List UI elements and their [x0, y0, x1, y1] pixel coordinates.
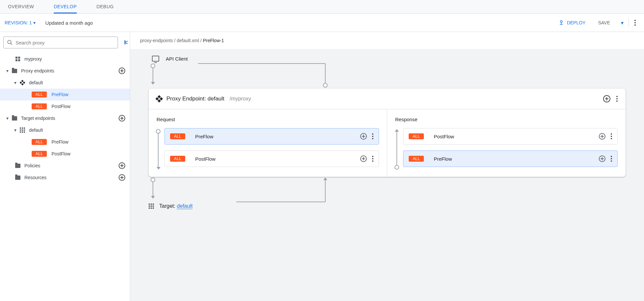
- all-chip: ALL: [32, 139, 47, 145]
- target-icon: [19, 127, 26, 133]
- request-preflow-card[interactable]: ALL PreFlow: [164, 128, 379, 145]
- endpoint-more-button[interactable]: [616, 96, 618, 102]
- deploy-label: DEPLOY: [567, 20, 586, 25]
- request-flowline: [156, 129, 161, 170]
- search-input[interactable]: [15, 40, 114, 45]
- breadcrumb: proxy-endpoints / default.xml / PreFlow-…: [130, 32, 644, 49]
- add-step-button[interactable]: [599, 155, 605, 162]
- request-postflow-card[interactable]: ALL PostFlow: [164, 150, 379, 167]
- target-row: Target: default: [149, 203, 626, 209]
- proxy-endpoints-label: Proxy endpoints: [21, 68, 54, 73]
- tree-proxy-default[interactable]: ▾ default: [0, 77, 130, 89]
- target-link[interactable]: default: [177, 203, 192, 209]
- response-postflow-card[interactable]: ALL PostFlow: [403, 128, 618, 145]
- all-chip: ALL: [32, 92, 47, 97]
- all-chip: ALL: [170, 156, 185, 162]
- postflow-label: PostFlow: [195, 156, 216, 162]
- add-step-button[interactable]: [360, 133, 367, 140]
- flow-more-button[interactable]: [611, 156, 612, 162]
- tree-target-preflow[interactable]: ALL PreFlow: [0, 136, 130, 148]
- all-chip: ALL: [32, 151, 47, 157]
- preflow-label: PreFlow: [51, 139, 68, 145]
- deploy-button[interactable]: DEPLOY: [552, 17, 592, 28]
- collapse-sidebar-button[interactable]: I<: [124, 39, 127, 46]
- wire-icon: [151, 178, 329, 202]
- tree-proxy-postflow[interactable]: ALL PostFlow: [0, 100, 130, 112]
- subheader: REVISION: 1 ▾ Updated a month ago DEPLOY…: [0, 14, 644, 32]
- main-area: proxy-endpoints / default.xml / PreFlow-…: [130, 32, 644, 301]
- caret-icon[interactable]: ▾: [11, 127, 19, 133]
- svg-line-4: [11, 43, 12, 45]
- card-header: Proxy Endpoint: default /myproxy: [149, 89, 626, 109]
- postflow-label: PostFlow: [51, 151, 71, 156]
- caret-icon[interactable]: ▾: [3, 116, 11, 121]
- add-flow-button[interactable]: [603, 95, 610, 102]
- connector-bottom: [151, 178, 626, 202]
- postflow-label: PostFlow: [434, 134, 454, 139]
- target-icon: [149, 204, 154, 209]
- all-chip: ALL: [170, 133, 185, 139]
- flow-canvas: API Client Pr: [130, 49, 644, 301]
- tab-develop[interactable]: DEVELOP: [54, 0, 77, 14]
- default-label: default: [29, 80, 43, 85]
- flow-node-icon: [395, 165, 399, 170]
- updated-text: Updated a month ago: [45, 20, 93, 26]
- deploy-icon: [558, 20, 564, 26]
- tree-proxy-endpoints[interactable]: ▾ Proxy endpoints: [0, 65, 130, 77]
- response-flowline: [395, 129, 399, 170]
- monitor-icon: [152, 56, 159, 62]
- resources-label: Resources: [24, 175, 46, 180]
- all-chip: ALL: [32, 103, 47, 109]
- separator: [629, 18, 629, 27]
- revision-value: 1: [29, 20, 32, 25]
- more-button[interactable]: [629, 17, 641, 28]
- tab-debug[interactable]: DEBUG: [97, 0, 114, 14]
- response-preflow-card[interactable]: ALL PreFlow: [403, 150, 618, 167]
- svg-point-0: [560, 20, 562, 22]
- proxy-icon: [15, 57, 21, 61]
- flow-more-button[interactable]: [611, 133, 612, 139]
- tree-target-default[interactable]: ▾ default: [0, 124, 130, 136]
- tab-overview[interactable]: OVERVIEW: [8, 0, 34, 14]
- endpoint-icon: [19, 81, 26, 85]
- save-button[interactable]: SAVE: [592, 17, 616, 28]
- arrow-down-icon: [157, 167, 161, 170]
- target-endpoints-label: Target endpoints: [21, 116, 55, 121]
- all-chip: ALL: [409, 133, 424, 139]
- endpoint-name: default: [208, 96, 224, 102]
- card-body: Request ALL PreFlow: [149, 109, 626, 177]
- basepath: /myproxy: [230, 96, 251, 102]
- search-box[interactable]: [3, 37, 118, 48]
- add-proxy-endpoint-button[interactable]: [119, 68, 125, 74]
- save-menu-button[interactable]: ▾: [617, 17, 628, 28]
- preflow-label: PreFlow: [195, 134, 213, 139]
- flow-node-icon: [323, 83, 328, 88]
- caret-icon[interactable]: ▾: [11, 80, 19, 85]
- tree-proxy-preflow[interactable]: ALL PreFlow: [0, 89, 130, 100]
- caret-down-icon: ▾: [33, 20, 36, 25]
- add-resource-button[interactable]: [119, 174, 125, 181]
- api-client-row: API Client: [152, 56, 626, 62]
- tree-root[interactable]: myproxy: [0, 53, 130, 65]
- nav-tree: myproxy ▾ Proxy endpoints ▾ default ALL …: [0, 51, 130, 183]
- response-column: Response ALL PostFlow: [387, 109, 626, 177]
- add-step-button[interactable]: [599, 133, 605, 140]
- caret-icon[interactable]: ▾: [3, 68, 11, 73]
- add-policy-button[interactable]: [119, 162, 125, 169]
- tree-resources[interactable]: Resources: [0, 172, 130, 183]
- add-target-endpoint-button[interactable]: [119, 115, 125, 122]
- tree-target-postflow[interactable]: ALL PostFlow: [0, 148, 130, 160]
- tree-target-endpoints[interactable]: ▾ Target endpoints: [0, 112, 130, 124]
- more-icon: [634, 20, 636, 26]
- tree-policies[interactable]: Policies: [0, 160, 130, 172]
- add-step-button[interactable]: [360, 155, 367, 162]
- revision-label: REVISION:: [5, 20, 28, 25]
- revision-picker[interactable]: REVISION: 1 ▾: [5, 20, 36, 25]
- arrow-up-icon: [395, 129, 399, 132]
- content: I< myproxy ▾ Proxy endpoints ▾ default: [0, 32, 644, 301]
- target-prefix: Target:: [159, 203, 175, 209]
- flow-more-button[interactable]: [372, 133, 373, 139]
- flow-node-icon: [156, 129, 161, 134]
- connector-top: [151, 64, 626, 88]
- flow-more-button[interactable]: [372, 156, 373, 162]
